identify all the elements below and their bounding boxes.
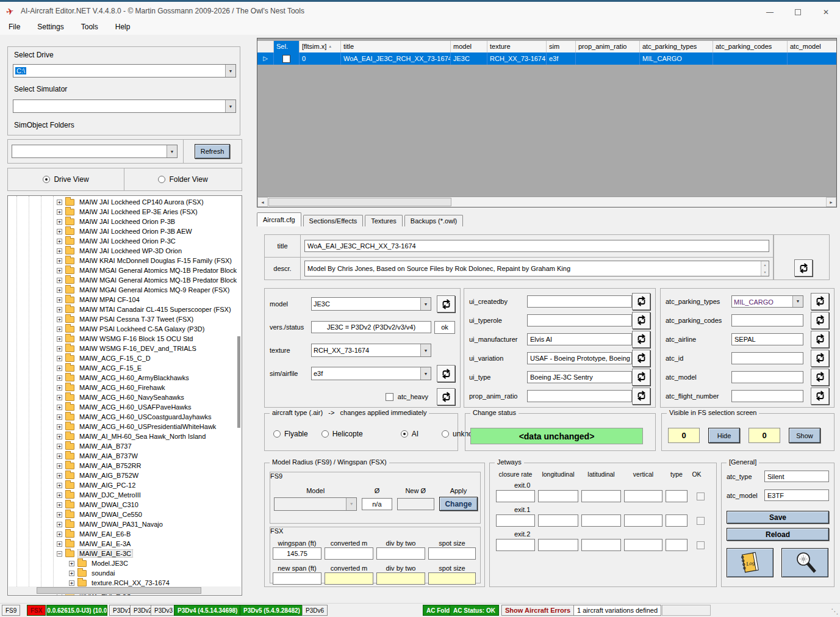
grid-cell[interactable]	[713, 52, 788, 65]
field-atc_model[interactable]	[731, 371, 803, 383]
expand-icon[interactable]: +	[57, 502, 62, 508]
grid-cell[interactable]	[576, 52, 640, 65]
tree-item[interactable]: +MAIW_AI_MH-60_Sea Hawk_North Island	[8, 431, 242, 441]
new-span-input[interactable]	[273, 572, 321, 585]
expand-icon[interactable]: +	[57, 268, 62, 273]
tree-item[interactable]: +MAIW_ACG_H-60_ArmyBlackhawks	[8, 373, 242, 383]
grid-col-header[interactable]: [fltsim.x]▲	[300, 41, 341, 52]
drive-view-option[interactable]: Drive View	[7, 168, 124, 191]
spinner-up-icon[interactable]: ▲	[761, 261, 769, 269]
tree-scrollbar-thumb[interactable]	[37, 587, 201, 594]
expand-icon[interactable]: +	[57, 327, 62, 332]
expand-icon[interactable]: +	[57, 522, 62, 527]
title-input[interactable]: WoA_EAI_JE3C_RCH_XX_73-1674	[304, 240, 769, 252]
spinner-down-icon[interactable]: ▼	[761, 269, 769, 276]
grid-cell[interactable]: 0	[300, 52, 341, 65]
grid-cell[interactable]: JE3C	[451, 52, 487, 65]
refresh-button[interactable]	[632, 350, 650, 367]
tree-item[interactable]: +MAIW PSAI Cessna T-37 Tweet (FSX)	[8, 314, 242, 324]
tree-item[interactable]: −MAIW_EAI_E-3C	[8, 549, 242, 558]
jetway-input[interactable]	[496, 539, 535, 551]
grid-col-header[interactable]: atc_parking_codes	[713, 41, 788, 52]
maximize-button[interactable]	[784, 4, 812, 21]
tree-item[interactable]: +MAIW_ACG_F-15_C_D	[8, 353, 242, 363]
tree-item[interactable]: +MAIW PSAI Lockheed C-5A Galaxy (P3D)	[8, 324, 242, 334]
folder-tree[interactable]: +MAIW JAI Lockheed CP140 Aurora (FSX)+MA…	[7, 195, 242, 596]
field-ui_variation[interactable]: USAF - Boeing Prototype, Boeing Fie	[527, 352, 632, 364]
refresh-button[interactable]	[632, 388, 650, 405]
field-atc_airline[interactable]: SEPAL	[731, 333, 803, 345]
tree-item[interactable]: +MAIW MGAI General Atomics MQ-9 Reaper (…	[8, 285, 242, 295]
expand-icon[interactable]: +	[57, 405, 62, 410]
expand-icon[interactable]: +	[57, 395, 62, 400]
jetway-input[interactable]	[581, 539, 621, 551]
tree-item[interactable]: +MAIW WSMG F-16_DEV_and_TRIALS	[8, 344, 242, 353]
refresh-button[interactable]	[632, 369, 650, 386]
expand-icon[interactable]: +	[57, 473, 62, 478]
tree-item[interactable]: +MAIW_DWAI_PA31_Navajo	[8, 519, 242, 529]
expand-icon[interactable]: +	[57, 414, 62, 420]
simulator-select[interactable]: ▼	[13, 99, 236, 113]
tree-item[interactable]: +MAIW JAI Lockheed CP140 Aurora (FSX)	[8, 197, 242, 207]
tree-item[interactable]: +soundai	[8, 568, 242, 578]
field-ui_manufacturer[interactable]: Elvis AI	[527, 333, 632, 345]
tree-item[interactable]: +MAIW_AIG_PC-12	[8, 480, 242, 490]
folders-select[interactable]: ▼	[12, 145, 178, 158]
tree-item[interactable]: +MAIW_AIA_B737W	[8, 451, 242, 461]
grid-col-header[interactable]: atc_model	[788, 41, 837, 52]
dropdown-icon[interactable]: ▼	[420, 344, 431, 356]
grid-col-header[interactable]: prop_anim_ratio	[576, 41, 640, 52]
tree-item[interactable]: +MAIW_AIA_B737	[8, 441, 242, 451]
tree-item[interactable]: +MAIW JAI Lockheed WP-3D Orion	[8, 246, 242, 256]
expand-icon[interactable]: +	[57, 356, 62, 361]
grid-col-header[interactable]: sim	[547, 41, 576, 52]
field-ui_type[interactable]: Boeing JE-3C Sentry	[527, 371, 632, 383]
scroll-left-icon[interactable]: ◄	[257, 197, 268, 207]
atc-heavy-checkbox[interactable]	[386, 393, 393, 401]
tree-vertical-scrollbar[interactable]	[237, 336, 240, 428]
expand-icon[interactable]: +	[57, 346, 62, 352]
jetway-ok-checkbox[interactable]	[697, 517, 705, 525]
aircraft-grid[interactable]: Sel.[fltsim.x]▲titlemodeltexturesimprop_…	[257, 38, 837, 207]
row-checkbox[interactable]	[282, 55, 290, 63]
tree-item[interactable]: +Model.JE3C	[8, 558, 242, 568]
expand-icon[interactable]: +	[57, 278, 62, 283]
tree-item[interactable]: +MAIW_ACG_H-60_USCoastguardJayhawks	[8, 412, 242, 422]
tree-item[interactable]: +MAIW JAI Lockheed Orion P-3B AEW	[8, 226, 242, 236]
tree-item[interactable]: +MAIW_EAI_E-3A	[8, 539, 242, 549]
radio-option-flyable[interactable]: Flyable	[273, 430, 308, 438]
expand-icon[interactable]: +	[57, 532, 62, 537]
jetway-input[interactable]	[538, 539, 578, 551]
jetway-input[interactable]	[624, 539, 662, 551]
atc-type-input[interactable]: Silent	[764, 471, 829, 482]
collapse-icon[interactable]: −	[57, 551, 62, 557]
sim-airfile-select[interactable]: e3f ▼	[311, 367, 431, 380]
dropdown-icon[interactable]: ▼	[225, 65, 235, 77]
descr-value[interactable]: Model By Chris Jones, Based on Source Fi…	[305, 261, 761, 276]
jetway-input[interactable]	[581, 490, 621, 502]
grid-horizontal-scrollbar[interactable]: ◄ ►	[257, 197, 836, 207]
menu-tools[interactable]: Tools	[73, 19, 107, 35]
expand-icon[interactable]: +	[57, 258, 62, 264]
drive-view-radio[interactable]	[43, 176, 50, 183]
atc-model-input[interactable]: E3TF	[764, 489, 829, 501]
jetway-input[interactable]	[666, 514, 687, 527]
grid-cell[interactable]: MIL_CARGO	[640, 52, 713, 65]
grid-col-header[interactable]: model	[451, 41, 487, 52]
tree-item[interactable]: +MAIW MTAI Canadair CL-415 Superscooper …	[8, 305, 242, 314]
tree-item[interactable]: +MAIW JAI Lockheed EP-3E Aries (FSX)	[8, 207, 242, 217]
expand-icon[interactable]: +	[57, 200, 62, 205]
expand-icon[interactable]: +	[57, 366, 62, 371]
expand-icon[interactable]: +	[57, 297, 62, 303]
jetway-input[interactable]	[666, 490, 687, 502]
tab-aircraft-cfg[interactable]: Aircraft.cfg	[257, 212, 301, 226]
jetway-input[interactable]	[624, 514, 662, 527]
jetway-input[interactable]	[581, 514, 621, 527]
refresh-button[interactable]	[437, 388, 455, 405]
dropdown-icon[interactable]: ▼	[420, 367, 431, 380]
jetway-input[interactable]	[666, 539, 687, 551]
reload-button[interactable]: Reload	[727, 528, 829, 541]
refresh-button[interactable]	[437, 365, 455, 382]
grid-cell[interactable]: e3f	[547, 52, 576, 65]
grid-cell[interactable]: ▷	[257, 52, 274, 65]
